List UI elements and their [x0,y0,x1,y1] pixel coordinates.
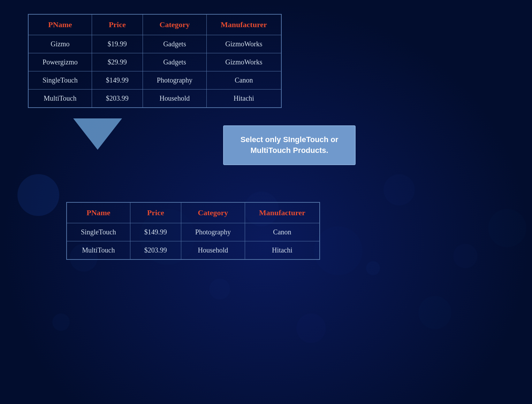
top-table-header-manufacturer: Manufacturer [207,14,281,35]
table-row: Gizmo$19.99GadgetsGizmoWorks [28,35,281,53]
table-cell: $19.99 [92,35,143,53]
table-cell: Canon [207,71,281,90]
top-table: PName Price Category Manufacturer Gizmo$… [28,14,282,108]
table-cell: Gadgets [143,53,206,71]
table-cell: SingleTouch [28,71,92,90]
table-cell: SingleTouch [67,223,130,241]
table-cell: Gadgets [143,35,206,53]
top-table-header-pname: PName [28,14,92,35]
table-row: SingleTouch$149.99PhotographyCanon [28,71,281,90]
bottom-table-section: PName Price Category Manufacturer Single… [21,202,511,260]
bottom-table-header-category: Category [181,202,245,223]
top-table-header-price: Price [92,14,143,35]
table-cell: $29.99 [92,53,143,71]
table-cell: Photography [181,223,245,241]
table-cell: MultiTouch [28,90,92,108]
table-cell: Household [143,90,206,108]
table-cell: MultiTouch [67,241,130,260]
table-cell: Canon [245,223,320,241]
arrow-section: Select only SIngleTouch or MultiTouch Pr… [21,118,511,195]
bottom-table-header-manufacturer: Manufacturer [245,202,320,223]
table-cell: $149.99 [130,223,181,241]
top-table-header-category: Category [143,14,206,35]
bottom-table-header-price: Price [130,202,181,223]
table-cell: Hitachi [207,90,281,108]
table-cell: GizmoWorks [207,53,281,71]
table-cell: Hitachi [245,241,320,260]
filter-tooltip: Select only SIngleTouch or MultiTouch Pr… [223,125,356,165]
table-row: MultiTouch$203.99HouseholdHitachi [28,90,281,108]
table-row: Powergizmo$29.99GadgetsGizmoWorks [28,53,281,71]
bottom-table: PName Price Category Manufacturer Single… [66,202,320,260]
table-cell: $203.99 [130,241,181,260]
table-row: MultiTouch$203.99HouseholdHitachi [67,241,320,260]
table-cell: Photography [143,71,206,90]
table-cell: GizmoWorks [207,35,281,53]
table-cell: $149.99 [92,71,143,90]
table-cell: Household [181,241,245,260]
bottom-table-header-pname: PName [67,202,130,223]
table-cell: $203.99 [92,90,143,108]
tooltip-text: Select only SIngleTouch or MultiTouch Pr… [234,134,344,156]
table-cell: Gizmo [28,35,92,53]
table-row: SingleTouch$149.99PhotographyCanon [67,223,320,241]
table-cell: Powergizmo [28,53,92,71]
top-table-section: PName Price Category Manufacturer Gizmo$… [21,14,511,108]
